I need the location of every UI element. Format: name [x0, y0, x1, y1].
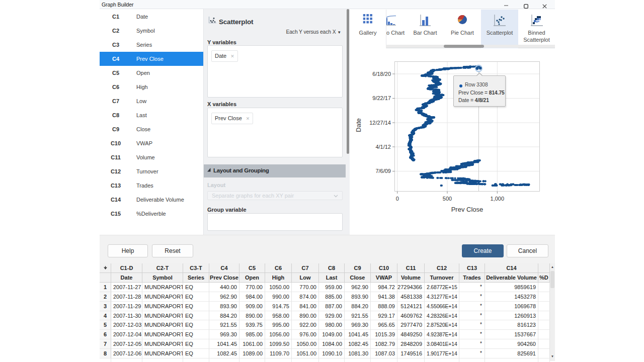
svg-text:Prev Close: Prev Close	[451, 206, 484, 213]
svg-text:1,000: 1,000	[491, 196, 505, 202]
svg-text:4/1/12: 4/1/12	[375, 144, 391, 150]
svg-text:6/18/20: 6/18/20	[372, 71, 391, 77]
svg-text:9/22/17: 9/22/17	[372, 95, 391, 101]
svg-text:12/27/14: 12/27/14	[369, 120, 391, 126]
svg-text:0: 0	[396, 196, 399, 202]
svg-text:Date: Date	[355, 118, 362, 132]
svg-text:500: 500	[443, 196, 452, 202]
svg-text:7/6/09: 7/6/09	[375, 168, 391, 174]
